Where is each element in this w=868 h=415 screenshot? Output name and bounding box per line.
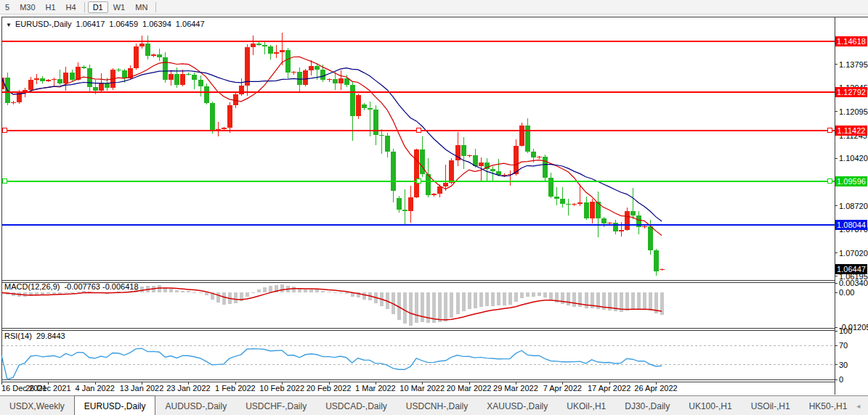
candle-up	[99, 83, 104, 91]
tab-uk100-h1[interactable]: UK100-,H1	[679, 396, 741, 415]
macd-bar	[649, 292, 652, 311]
date-label: 10 Mar 2022	[399, 384, 445, 393]
macd-bar	[572, 292, 576, 306]
period-button-D1[interactable]: D1	[88, 1, 108, 13]
candle-up	[52, 79, 57, 81]
candle-up	[590, 202, 595, 218]
level-handle[interactable]	[2, 179, 7, 184]
candle-down	[186, 74, 191, 75]
tab-usdx-weekly[interactable]: USDX,Weekly	[0, 396, 74, 415]
candle-up	[443, 183, 448, 186]
chart-symbol-label: EURUSD-,Daily	[15, 20, 72, 28]
tab-usdchf-daily[interactable]: USDCHF-,Daily	[236, 396, 316, 415]
tab-hk50-h1[interactable]: HK50-,H1	[800, 396, 857, 415]
level-handle[interactable]	[416, 128, 421, 133]
macd-bar	[169, 289, 173, 293]
candle-down	[461, 145, 466, 156]
tab-dj30-daily[interactable]: DJ30-,Daily	[615, 396, 679, 415]
candle-up	[233, 94, 238, 105]
macd-bar	[643, 292, 646, 308]
candle-down	[105, 83, 110, 89]
macd-bar	[333, 292, 337, 293]
macd-bar	[292, 287, 296, 292]
candle-up	[607, 223, 612, 223]
macd-bar	[58, 292, 62, 293]
candle-up	[577, 202, 583, 204]
level-handle[interactable]	[2, 128, 7, 133]
axis-tick-label: 100	[839, 326, 852, 335]
rsi-label: RSI(14)29.8443	[4, 332, 65, 340]
macd-bar	[41, 292, 44, 295]
symbol-dropdown-icon[interactable]: ▼	[6, 22, 12, 28]
candle-up	[63, 73, 68, 83]
macd-label: MACD(12,26,9)-0.007763 -0.006418	[4, 282, 139, 291]
macd-bar	[251, 292, 255, 293]
macd-bar	[158, 285, 161, 292]
price-axis: 1.137951.129451.120951.112451.104201.087…	[835, 36, 868, 384]
toolbar-divider	[84, 2, 85, 12]
period-button-5[interactable]: 5	[0, 2, 15, 12]
candle-down	[116, 70, 121, 70]
candle-down	[163, 57, 168, 80]
candle-up	[46, 80, 51, 81]
tab-usoil-h1[interactable]: USOil-,H1	[742, 396, 800, 415]
candle-down	[333, 79, 338, 83]
timeframe-toolbar: 5M30H1H4D1W1MN	[0, 0, 868, 15]
candle-up	[34, 78, 39, 80]
candle-down	[490, 169, 495, 171]
candle-down	[70, 73, 75, 79]
tab-usdcnh-daily[interactable]: USDCNH-,Daily	[397, 396, 477, 415]
candle-up	[572, 204, 577, 205]
period-button-W1[interactable]: W1	[108, 2, 131, 12]
candle-up	[76, 67, 81, 79]
macd-bar	[315, 289, 319, 292]
tab-usdcad-daily[interactable]: USDCAD-,Daily	[316, 396, 397, 415]
candle-up	[338, 78, 344, 83]
candle-up	[619, 230, 624, 231]
level-handle[interactable]	[827, 179, 832, 184]
period-button-MN[interactable]: MN	[130, 2, 153, 12]
macd-bar	[199, 292, 203, 293]
candle-down	[560, 199, 565, 204]
candle-up	[449, 160, 454, 183]
macd-bar	[479, 292, 483, 307]
period-button-M30[interactable]: M30	[15, 2, 40, 12]
candle-down	[344, 78, 349, 84]
macd-bar	[298, 289, 301, 292]
period-button-H4[interactable]: H4	[61, 2, 81, 12]
macd-bar	[456, 292, 460, 313]
candle-down	[630, 211, 636, 215]
macd-bar	[362, 292, 366, 299]
macd-bar	[339, 292, 343, 293]
candle-up	[139, 44, 145, 46]
date-label: 1 Feb 2022	[215, 384, 256, 393]
macd-bar	[578, 292, 582, 307]
tab-eurusd-daily[interactable]: EURUSD-,Daily	[74, 395, 156, 415]
macd-bar	[415, 292, 418, 322]
chart-canvas[interactable]: 1.137951.129451.120951.112451.104201.087…	[0, 15, 868, 395]
date-label: 7 Apr 2022	[543, 384, 582, 393]
date-label: 26 Dec 2021	[25, 384, 70, 393]
macd-bar	[438, 292, 442, 322]
candle-down	[648, 226, 653, 250]
ohlc-low: 1.06394	[142, 20, 171, 28]
level-handle[interactable]	[416, 179, 421, 184]
price-badge-label: 1.06447	[837, 265, 866, 274]
tab-scroll-left-icon[interactable]: ◂	[856, 402, 860, 410]
tab-ukoil-h1[interactable]: UKOil-,H1	[557, 396, 615, 415]
axis-tick-label: 1.07020	[839, 249, 868, 258]
candle-down	[397, 198, 402, 210]
macd-bar	[246, 292, 249, 296]
tab-xauusd-daily[interactable]: XAUUSD-,Daily	[477, 396, 557, 415]
level-handle[interactable]	[827, 128, 832, 133]
ohlc-high: 1.06459	[109, 20, 138, 28]
macd-bar	[491, 292, 495, 305]
macd-bar	[257, 289, 261, 293]
candle-down	[654, 250, 659, 271]
chart-window[interactable]: 1.137951.129451.120951.112451.104201.087…	[0, 15, 868, 395]
symbol-tabbar: USDX,WeeklyEURUSD-,DailyAUDUSD-,DailyUSD…	[0, 395, 868, 415]
date-label: 10 Feb 2022	[259, 384, 304, 393]
macd-bar	[631, 292, 635, 309]
tab-audusd-daily[interactable]: AUDUSD-,Daily	[155, 396, 236, 415]
period-button-H1[interactable]: H1	[41, 2, 61, 12]
